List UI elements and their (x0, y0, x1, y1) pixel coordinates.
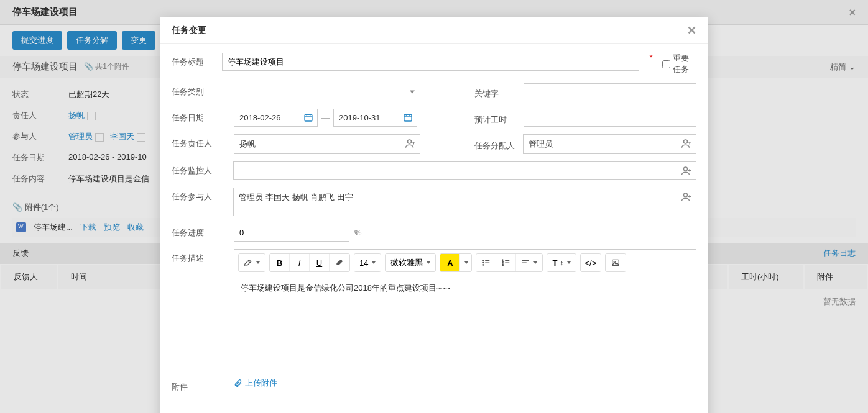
clip-icon (234, 379, 242, 388)
rte-eraser-button[interactable] (330, 254, 349, 271)
add-person-icon[interactable] (681, 165, 692, 176)
owner-label: 任务责任人 (172, 134, 228, 149)
participant-label: 任务参与人 (172, 188, 227, 202)
svg-point-4 (684, 167, 688, 171)
rte-underline-button[interactable]: U (310, 254, 330, 271)
description-label: 任务描述 (172, 249, 228, 264)
add-person-icon[interactable] (405, 138, 416, 149)
task-change-modal: 任务变更 ✕ 任务标题 * 重要任务 任务类别 关键字 (160, 17, 708, 413)
end-date-input[interactable]: 2019-10-31 (333, 109, 417, 127)
important-checkbox-wrap[interactable]: 重要任务 (662, 53, 696, 75)
dropdown-arrow-icon (410, 91, 415, 94)
modal-header: 任务变更 ✕ (160, 17, 708, 44)
modal-close-icon[interactable]: ✕ (687, 25, 696, 36)
caret-down-icon (567, 261, 571, 264)
assigner-label: 任务分配人 (474, 137, 517, 152)
modal-footer: 高级设置 | 发布 | 关闭 (160, 406, 708, 413)
date-label: 任务日期 (172, 109, 228, 124)
rte-italic-button[interactable]: I (290, 254, 310, 271)
rte-fontsize-select[interactable]: 14 (354, 254, 381, 271)
rte-toolbar: B I U 14 微软雅黑 A (234, 250, 696, 276)
modal-title: 任务变更 (172, 25, 206, 36)
est-hours-input[interactable] (524, 109, 696, 127)
rte-content-area[interactable]: 停车场建设项目是金信绿化公司2018年的重点建设项目~~~ (234, 276, 696, 370)
owner-input[interactable]: 扬帆 (234, 134, 420, 154)
svg-point-7 (483, 262, 484, 263)
svg-point-8 (483, 265, 484, 265)
percent-sign: % (354, 228, 362, 237)
rte-paragraph-button[interactable]: T↕ (547, 254, 575, 271)
monitor-label: 任务监控人 (172, 161, 227, 176)
svg-text:3: 3 (502, 264, 504, 266)
attachment-label: 附件 (172, 378, 228, 393)
svg-rect-12 (612, 260, 619, 265)
category-label: 任务类别 (172, 83, 228, 98)
svg-point-2 (408, 140, 412, 143)
caret-down-icon (533, 261, 537, 264)
rich-text-editor: B I U 14 微软雅黑 A (234, 249, 696, 370)
participant-input[interactable]: 管理员 李国天 扬帆 肖鹏飞 田宇 (233, 188, 696, 216)
rte-code-button[interactable]: </> (581, 254, 601, 271)
date-separator: — (321, 113, 330, 122)
rte-bold-button[interactable]: B (270, 254, 290, 271)
important-checkbox[interactable] (662, 60, 670, 68)
add-person-icon[interactable] (681, 191, 692, 202)
upload-attachment-link[interactable]: 上传附件 (234, 378, 277, 389)
keyword-label: 关键字 (474, 84, 517, 99)
important-label: 重要任务 (673, 53, 696, 75)
calendar-icon[interactable] (403, 112, 413, 122)
start-date-input[interactable]: 2018-02-26 (234, 109, 318, 127)
rte-align-button[interactable] (516, 254, 542, 271)
rte-fontfamily-select[interactable]: 微软雅黑 (386, 254, 435, 271)
rte-ol-button[interactable]: 123 (496, 254, 516, 271)
calendar-icon[interactable] (303, 112, 313, 122)
progress-label: 任务进度 (172, 224, 228, 238)
rte-textcolor-button[interactable]: A (440, 254, 460, 271)
rte-magic-button[interactable] (239, 254, 265, 271)
required-mark: * (649, 53, 652, 62)
caret-down-icon (427, 261, 430, 264)
add-person-icon[interactable] (681, 138, 692, 149)
est-hours-label: 预计工时 (474, 111, 517, 125)
caret-down-icon (372, 261, 376, 264)
svg-rect-0 (305, 114, 312, 121)
svg-point-3 (684, 140, 688, 143)
progress-input[interactable] (234, 224, 349, 242)
monitor-input[interactable] (233, 161, 696, 180)
task-title-input[interactable] (222, 53, 639, 71)
caret-down-icon (256, 261, 260, 264)
svg-point-6 (483, 260, 484, 261)
rte-textcolor-dropdown[interactable] (460, 254, 471, 271)
rte-ul-button[interactable] (476, 254, 496, 271)
svg-point-5 (684, 193, 688, 197)
modal-body: 任务标题 * 重要任务 任务类别 关键字 任务日期 (160, 44, 708, 406)
task-title-label: 任务标题 (172, 53, 216, 68)
rte-image-button[interactable] (606, 254, 626, 271)
svg-rect-1 (404, 114, 412, 121)
caret-down-icon (464, 261, 468, 264)
category-select[interactable] (234, 83, 420, 101)
assigner-input[interactable]: 管理员 (523, 134, 696, 154)
keyword-input[interactable] (524, 83, 696, 101)
